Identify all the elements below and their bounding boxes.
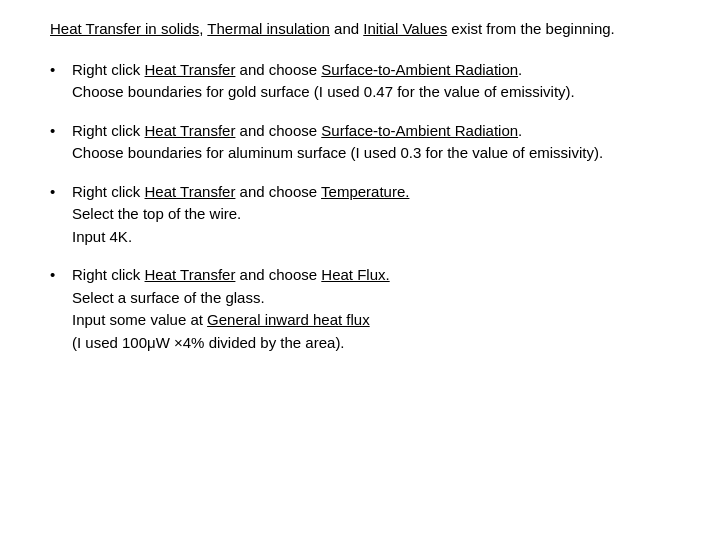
- line-4-1: Select a surface of the glass.: [72, 287, 670, 310]
- segment-1-0-1: Heat Transfer: [145, 61, 236, 78]
- list-item-4: •Right click Heat Transfer and choose He…: [50, 264, 670, 354]
- bullet-dot: •: [50, 120, 72, 143]
- segment-3-0-3: Temperature.: [321, 183, 409, 200]
- list-item-3: •Right click Heat Transfer and choose Te…: [50, 181, 670, 249]
- line-3-0: Right click Heat Transfer and choose Tem…: [72, 181, 670, 204]
- segment-4-0-2: and choose: [235, 266, 321, 283]
- segment-3-1-0: Select the top of the wire.: [72, 205, 241, 222]
- line-4-0: Right click Heat Transfer and choose Hea…: [72, 264, 670, 287]
- segment-1-0-0: Right click: [72, 61, 145, 78]
- segment-4-0-3: Heat Flux.: [321, 266, 389, 283]
- list-item-text-2: Right click Heat Transfer and choose Sur…: [72, 120, 670, 165]
- segment-3-0-0: Right click: [72, 183, 145, 200]
- segment-1-0-4: .: [518, 61, 522, 78]
- line-2-0: Right click Heat Transfer and choose Sur…: [72, 120, 670, 143]
- segment-2-0-3: Surface-to-Ambient Radiation: [321, 122, 518, 139]
- segment-4-0-1: Heat Transfer: [145, 266, 236, 283]
- list-item-text-1: Right click Heat Transfer and choose Sur…: [72, 59, 670, 104]
- intro-rest: exist from the beginning.: [447, 20, 615, 37]
- bullet-list: •Right click Heat Transfer and choose Su…: [50, 59, 670, 355]
- segment-4-1-0: Select a surface of the glass.: [72, 289, 265, 306]
- segment-4-2-0: Input some value at: [72, 311, 207, 328]
- bullet-dot: •: [50, 181, 72, 204]
- segment-4-2-1: General inward heat flux: [207, 311, 370, 328]
- list-item-2: •Right click Heat Transfer and choose Su…: [50, 120, 670, 165]
- segment-4-0-0: Right click: [72, 266, 145, 283]
- segment-4-3-0: (I used 100μW ×4% divided by the area).: [72, 334, 345, 351]
- intro-and: and: [330, 20, 363, 37]
- bullet-dot: •: [50, 59, 72, 82]
- list-item-text-4: Right click Heat Transfer and choose Hea…: [72, 264, 670, 354]
- line-2-1: Choose boundaries for aluminum surface (…: [72, 142, 670, 165]
- intro-initial-values: Initial Values: [363, 20, 447, 37]
- list-item-1: •Right click Heat Transfer and choose Su…: [50, 59, 670, 104]
- line-1-0: Right click Heat Transfer and choose Sur…: [72, 59, 670, 82]
- page-container: Heat Transfer in solids, Thermal insulat…: [0, 0, 720, 388]
- segment-3-0-2: and choose: [235, 183, 321, 200]
- line-4-2: Input some value at General inward heat …: [72, 309, 670, 332]
- segment-3-0-1: Heat Transfer: [145, 183, 236, 200]
- line-1-1: Choose boundaries for gold surface (I us…: [72, 81, 670, 104]
- list-item-text-3: Right click Heat Transfer and choose Tem…: [72, 181, 670, 249]
- segment-2-0-2: and choose: [235, 122, 321, 139]
- segment-1-0-2: and choose: [235, 61, 321, 78]
- line-4-3: (I used 100μW ×4% divided by the area).: [72, 332, 670, 355]
- line-3-1: Select the top of the wire.: [72, 203, 670, 226]
- intro-heat-transfer: Heat Transfer in solids: [50, 20, 199, 37]
- segment-1-0-3: Surface-to-Ambient Radiation: [321, 61, 518, 78]
- segment-1-1-0: Choose boundaries for gold surface (I us…: [72, 83, 575, 100]
- segment-3-2-0: Input 4K.: [72, 228, 132, 245]
- segment-2-1-0: Choose boundaries for aluminum surface (…: [72, 144, 603, 161]
- bullet-dot: •: [50, 264, 72, 287]
- segment-2-0-4: .: [518, 122, 522, 139]
- intro-thermal-insulation: Thermal insulation: [207, 20, 330, 37]
- segment-2-0-1: Heat Transfer: [145, 122, 236, 139]
- intro-paragraph: Heat Transfer in solids, Thermal insulat…: [50, 18, 670, 41]
- segment-2-0-0: Right click: [72, 122, 145, 139]
- line-3-2: Input 4K.: [72, 226, 670, 249]
